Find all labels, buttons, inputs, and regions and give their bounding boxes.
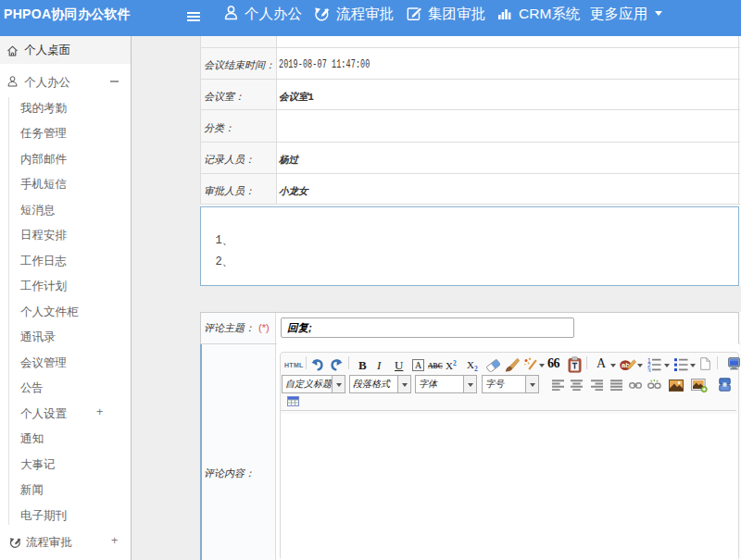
svg-text:3: 3 [647,367,651,372]
